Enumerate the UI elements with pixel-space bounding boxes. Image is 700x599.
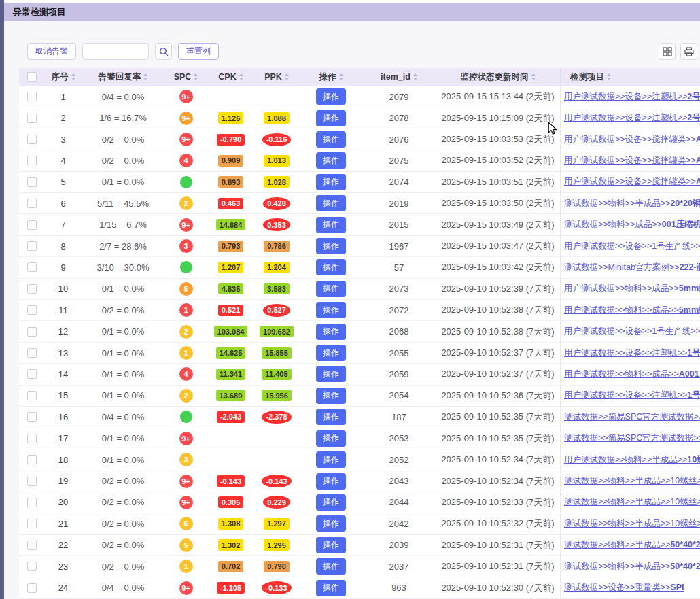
sort-icon[interactable] <box>607 73 611 80</box>
operate-button[interactable]: 操作 <box>316 131 346 148</box>
operate-button[interactable]: 操作 <box>316 366 346 382</box>
operate-button[interactable]: 操作 <box>316 537 346 553</box>
operate-button[interactable]: 操作 <box>316 515 346 532</box>
operate-button[interactable]: 操作 <box>316 195 346 211</box>
detect-item-link[interactable]: 用户测试数据>>设备>>搅拌罐类>>A <box>564 134 700 146</box>
operate-button[interactable]: 操作 <box>316 451 346 468</box>
operate-button[interactable]: 操作 <box>316 580 346 596</box>
detect-item-link[interactable]: 用户测试数据>>设备>>注塑机>>1号 <box>564 347 700 359</box>
search-input[interactable] <box>82 43 149 60</box>
row-checkbox[interactable] <box>27 541 37 550</box>
detect-item-link[interactable]: 用户测试数据>>设备>>注塑机>>1号 <box>564 390 700 401</box>
column-header-ppk[interactable]: PPK <box>253 68 300 86</box>
row-checkbox[interactable] <box>27 519 37 528</box>
row-checkbox[interactable] <box>27 477 37 486</box>
detect-item-link[interactable]: 用户测试数据>>物料>>成品>>5mm螺 <box>564 305 700 316</box>
operate-button[interactable]: 操作 <box>316 302 346 318</box>
row-checkbox[interactable] <box>27 220 37 230</box>
operate-button[interactable]: 操作 <box>316 494 346 511</box>
detect-item-link[interactable]: 用户测试数据>>设备>>搅拌罐类>>A <box>564 155 700 167</box>
detect-item-link[interactable]: 测试数据>>物料>>半成品>>10螺丝>> <box>564 475 700 487</box>
row-checkbox[interactable] <box>27 284 37 294</box>
sort-icon[interactable] <box>143 73 147 80</box>
column-header-time[interactable]: 监控状态更新时间 <box>436 68 560 86</box>
row-checkbox[interactable] <box>27 241 37 251</box>
operate-button[interactable]: 操作 <box>316 473 346 490</box>
row-checkbox[interactable] <box>27 262 37 272</box>
row-checkbox[interactable] <box>27 305 37 315</box>
row-checkbox[interactable] <box>27 92 37 101</box>
detect-item-link[interactable]: 测试数据>>Minitab官方案例>>222-测 <box>564 262 700 273</box>
sort-icon[interactable] <box>71 73 75 80</box>
reset-columns-button[interactable]: 重置列 <box>178 43 219 60</box>
sort-icon[interactable] <box>239 73 243 80</box>
operate-button[interactable]: 操作 <box>316 409 346 425</box>
detect-item-link[interactable]: 用户测试数据>>设备>>1号生产线>>1 <box>564 326 700 337</box>
sort-icon[interactable] <box>285 73 289 80</box>
cancel-alarm-button[interactable]: 取消告警 <box>27 43 76 60</box>
detect-item-link[interactable]: 用户测试数据>>物料>>半成品>>10螺 <box>564 454 700 466</box>
row-checkbox[interactable] <box>27 369 37 379</box>
row-checkbox[interactable] <box>27 583 37 593</box>
operate-button[interactable]: 操作 <box>316 174 346 190</box>
detect-item-link[interactable]: 测试数据>>物料>>半成品>>50*40*2橡 <box>564 539 700 551</box>
column-header-cpk[interactable]: CPK <box>208 68 253 86</box>
row-checkbox[interactable] <box>27 434 37 443</box>
row-checkbox[interactable] <box>27 562 37 571</box>
operate-button[interactable]: 操作 <box>316 110 346 126</box>
operate-button[interactable]: 操作 <box>316 324 346 340</box>
operate-button[interactable]: 操作 <box>316 345 346 361</box>
operate-button[interactable]: 操作 <box>316 281 346 297</box>
row-checkbox[interactable] <box>27 327 37 337</box>
row-checkbox[interactable] <box>27 498 37 507</box>
column-header-spc[interactable]: SPC <box>164 68 208 86</box>
operate-button[interactable]: 操作 <box>316 88 346 105</box>
operate-button[interactable]: 操作 <box>316 238 346 254</box>
item-id: 2053 <box>389 433 409 443</box>
detect-item-link[interactable]: 用户测试数据>>物料>>成品>>A001产 <box>564 369 700 380</box>
detect-item-link[interactable]: 用户测试数据>>物料>>成品>>5mm螺 <box>564 283 700 294</box>
row-checkbox[interactable] <box>27 114 37 123</box>
spc-status-badge: 1 <box>179 346 193 360</box>
print-button[interactable] <box>680 43 697 60</box>
detect-item-link[interactable]: 测试数据>>物料>>半成品>>20*20铜片 <box>564 198 700 209</box>
row-checkbox[interactable] <box>27 156 37 165</box>
row-checkbox[interactable] <box>27 455 37 464</box>
sort-asc-icon <box>339 73 343 76</box>
sort-icon[interactable] <box>194 73 198 80</box>
select-all-checkbox[interactable] <box>27 72 37 82</box>
detect-item-link[interactable]: 用户测试数据>>设备>>注塑机>>2号 <box>564 112 700 124</box>
row-checkbox[interactable] <box>27 135 37 144</box>
detect-item-link[interactable]: 测试数据>>设备>>重量类>>SPI <box>564 582 684 594</box>
row-checkbox[interactable] <box>27 348 37 358</box>
search-button[interactable] <box>155 43 172 60</box>
column-header-item[interactable]: 检测项目 <box>560 68 700 86</box>
sort-icon[interactable] <box>413 73 417 80</box>
column-header-rate[interactable]: 告警回复率 <box>82 68 164 86</box>
detect-item-link[interactable]: 测试数据>>简易SPC官方测试数据>> <box>564 432 700 444</box>
row-checkbox[interactable] <box>27 391 37 400</box>
column-header-itemid[interactable]: item_id <box>362 68 436 86</box>
operate-button[interactable]: 操作 <box>316 388 346 404</box>
detect-item-link[interactable]: 测试数据>>物料>>成品>>001压缩机 <box>564 219 700 230</box>
detect-item-link[interactable]: 用户测试数据>>设备>>搅拌罐类>>A <box>564 176 700 188</box>
operate-button[interactable]: 操作 <box>316 152 346 169</box>
row-checkbox[interactable] <box>27 199 37 208</box>
column-header-no[interactable]: 序号 <box>44 68 82 86</box>
detect-item-link[interactable]: 测试数据>>物料>>半成品>>10螺丝>> <box>564 496 700 508</box>
operate-button[interactable]: 操作 <box>316 430 346 447</box>
operate-button[interactable]: 操作 <box>316 259 346 275</box>
detect-item-link[interactable]: 测试数据>>物料>>半成品>>10螺丝>> <box>564 518 700 530</box>
operate-button[interactable]: 操作 <box>316 558 346 575</box>
row-checkbox[interactable] <box>27 412 37 422</box>
sort-icon[interactable] <box>531 73 536 80</box>
detect-item-link[interactable]: 用户测试数据>>设备>>1号生产线>>冲 <box>564 241 700 252</box>
sort-icon[interactable] <box>339 73 343 80</box>
detect-item-link[interactable]: 测试数据>>简易SPC官方测试数据>> <box>564 411 700 423</box>
detect-item-link[interactable]: 用户测试数据>>设备>>注塑机>>2号 <box>564 91 700 103</box>
column-header-action[interactable]: 操作 <box>300 68 362 86</box>
row-checkbox[interactable] <box>27 177 37 187</box>
detect-item-link[interactable]: 测试数据>>物料>>半成品>>50*40*2橡 <box>564 561 700 572</box>
operate-button[interactable]: 操作 <box>316 217 346 233</box>
column-settings-button[interactable] <box>659 43 676 60</box>
